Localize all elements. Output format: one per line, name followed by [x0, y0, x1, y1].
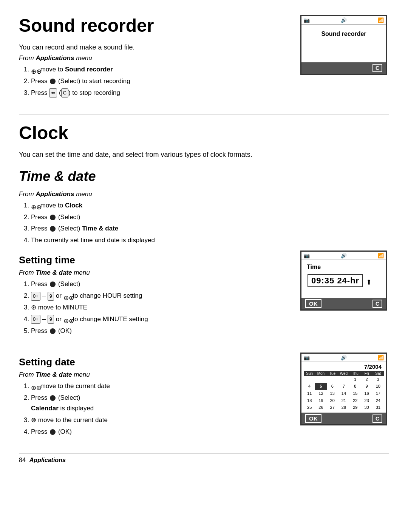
cal-cell	[338, 376, 349, 383]
cal-cell: 22	[349, 397, 361, 404]
setting-date-content: Setting date From Time & date menu ⊕ mov…	[19, 353, 287, 442]
camera-icon: 📷	[304, 253, 310, 258]
cal-cell: 29	[349, 404, 361, 411]
footer-c-button: C	[372, 64, 382, 72]
nav-circle-icon: ⊛	[31, 304, 36, 311]
page-footer: 84 Applications	[19, 453, 389, 464]
cal-cell: 8	[349, 383, 361, 390]
device-screen-sound-recorder: 📷 🔊 📶 Sound recorder C	[300, 15, 387, 75]
screen-statusbar: 📷 🔊 📶	[301, 252, 386, 260]
statusbar-mid-icons: 🔊	[341, 253, 347, 258]
day-sat: Sat	[372, 371, 384, 376]
time-date-title: Time & date	[19, 169, 389, 184]
setting-date-section: Setting date From Time & date menu ⊕ mov…	[19, 353, 389, 442]
nav-icon: ⊕	[31, 202, 38, 209]
day-wed: Wed	[338, 371, 349, 376]
page-number: 84	[19, 457, 26, 464]
device-screen-time: 📷 🔊 📶 Time 09:35 24-hr ⬆ OK C	[300, 251, 387, 311]
cal-cell: 15	[349, 390, 361, 397]
nav-circle-icon: ⊛	[31, 416, 36, 424]
camera-icon: 📷	[304, 17, 310, 23]
select-icon	[50, 215, 56, 220]
signal-icon: 📶	[378, 355, 384, 360]
clock-title: Clock	[19, 122, 389, 143]
nav-icon: ⊕	[63, 293, 70, 300]
setting-date-steps: ⊕ move to the current date Press (Select…	[31, 381, 287, 438]
cal-cell: 25	[304, 404, 315, 411]
list-item: Press (OK)	[31, 427, 287, 438]
cal-cell: 11	[304, 390, 315, 397]
statusbar-right-icons: 📶	[378, 253, 384, 258]
cal-cell	[315, 376, 326, 383]
screen-body-date: 7/2004 Sun Mon Tue Wed Thu Fri Sat 1	[301, 362, 386, 413]
list-item: Press (Select) Time & date	[31, 223, 389, 234]
calendar-month-year: 7/2004	[304, 363, 384, 370]
scroll-icon: ⬆	[366, 278, 372, 286]
sound-recorder-steps: ⊕ move to Sound recorder Press (Select) …	[31, 64, 287, 99]
select-icon	[50, 226, 56, 232]
cal-cell: 21	[338, 397, 349, 404]
screen-body: Sound recorder	[301, 25, 386, 62]
screen-statusbar: 📷 🔊 📶	[301, 354, 386, 362]
calendar-label: Calendar	[31, 405, 59, 412]
setting-time-title: Setting time	[19, 254, 287, 266]
screen-footer: OK C	[301, 298, 386, 309]
select-icon	[50, 281, 56, 287]
calendar-days-header: Sun Mon Tue Wed Thu Fri Sat	[304, 371, 384, 376]
list-item: Press (Select)	[31, 279, 287, 290]
sound-recorder-device: 📷 🔊 📶 Sound recorder C	[298, 15, 389, 75]
key-0plus: 0+	[31, 292, 40, 301]
clock-section: Clock You can set the time and date, and…	[19, 122, 389, 159]
list-item: Press (Select)	[31, 212, 389, 223]
cal-cell	[304, 376, 315, 383]
sound-icon: 🔊	[341, 253, 347, 258]
signal-icon: 📶	[378, 253, 384, 258]
list-item: Press (OK)	[31, 326, 287, 337]
cal-cell: 16	[361, 390, 372, 397]
setting-date-from-menu: From Time & date menu	[19, 371, 287, 379]
back-key: ⬅	[49, 88, 57, 97]
clock-intro: You can set the time and date, and selec…	[19, 151, 389, 159]
key-9: 9	[48, 315, 54, 324]
nav-icon: ⊕	[31, 383, 38, 390]
screen-body-time: Time 09:35 24-hr ⬆	[301, 260, 386, 298]
statusbar-right-icons: 📶	[378, 355, 384, 360]
sound-recorder-content: Sound recorder You can record and make a…	[19, 15, 287, 103]
nav-icon: ⊕	[31, 66, 38, 73]
list-item: The currently set time and date is displ…	[31, 235, 389, 246]
cal-cell: 7	[338, 383, 349, 390]
device-screen-date: 📷 🔊 📶 7/2004 Sun Mon Tue Wed Thu Fri	[300, 353, 387, 425]
time-value: 09:35 24-hr	[308, 274, 363, 287]
list-item: ⊛ move to MINUTE	[31, 302, 287, 313]
cal-cell: 27	[327, 404, 338, 411]
key-9: 9	[48, 292, 54, 301]
sound-recorder-from-menu: From Applications menu	[19, 54, 287, 62]
time-date-section: Time & date From Applications menu ⊕ mov…	[19, 169, 389, 246]
footer-c-button: C	[372, 300, 382, 308]
setting-time-section: Setting time From Time & date menu Press…	[19, 251, 389, 341]
cal-cell: 6	[327, 383, 338, 390]
section-divider	[19, 114, 389, 115]
screen-footer: OK C	[301, 413, 386, 424]
cal-cell: 1	[349, 376, 361, 383]
statusbar-left-icons: 📷	[304, 355, 310, 360]
day-tue: Tue	[327, 371, 338, 376]
sound-recorder-title: Sound recorder	[19, 15, 287, 36]
setting-time-from-menu: From Time & date menu	[19, 269, 287, 277]
cal-cell: 26	[315, 404, 326, 411]
calendar-grid: 1 2 3 4 5 6 7 8 9 10 11 12 13 14 15	[304, 376, 384, 411]
list-item: Press (Select) Calendar is displayed	[31, 393, 287, 414]
cal-cell: 2	[361, 376, 372, 383]
list-item: 0+ – 9 or ⊕ to change HOUR setting	[31, 291, 287, 302]
screen-time-label: Time	[305, 263, 382, 272]
camera-icon: 📷	[304, 355, 310, 360]
cal-cell: 17	[372, 390, 384, 397]
select-icon	[50, 429, 56, 435]
screen-app-title: Sound recorder	[305, 31, 382, 37]
list-item: ⊛ move to the current date	[31, 415, 287, 426]
key-0plus: 0+	[31, 315, 40, 324]
list-item: ⊕ move to Sound recorder	[31, 64, 287, 75]
select-icon	[50, 328, 56, 334]
list-item: 0+ – 9 or ⊕ to change MINUTE setting	[31, 314, 287, 325]
cal-cell: 9	[361, 383, 372, 390]
